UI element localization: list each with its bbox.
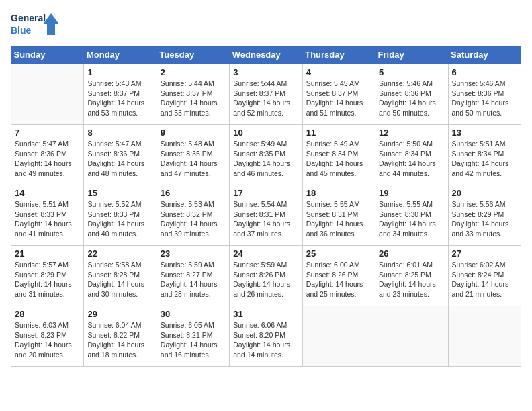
day-number: 5 <box>379 67 444 77</box>
day-number: 17 <box>233 188 298 198</box>
week-row-0: 1Sunrise: 5:43 AM Sunset: 8:37 PM Daylig… <box>11 64 521 125</box>
day-info: Sunrise: 6:01 AM Sunset: 8:25 PM Dayligh… <box>379 260 444 300</box>
day-info: Sunrise: 6:06 AM Sunset: 8:20 PM Dayligh… <box>233 320 298 360</box>
day-info: Sunrise: 5:53 AM Sunset: 8:32 PM Dayligh… <box>161 199 226 239</box>
day-info: Sunrise: 5:51 AM Sunset: 8:34 PM Dayligh… <box>452 139 517 179</box>
day-number: 10 <box>233 128 298 138</box>
svg-text:General: General <box>11 13 46 24</box>
column-header-tuesday: Tuesday <box>157 46 229 64</box>
day-number: 14 <box>15 188 80 198</box>
day-number: 24 <box>233 248 298 259</box>
day-number: 28 <box>15 309 80 319</box>
calendar-body: 1Sunrise: 5:43 AM Sunset: 8:37 PM Daylig… <box>11 64 521 367</box>
day-cell: 3Sunrise: 5:44 AM Sunset: 8:37 PM Daylig… <box>230 64 302 125</box>
day-info: Sunrise: 5:47 AM Sunset: 8:36 PM Dayligh… <box>15 139 80 179</box>
day-number: 18 <box>306 188 371 198</box>
day-cell: 8Sunrise: 5:47 AM Sunset: 8:36 PM Daylig… <box>84 125 157 185</box>
day-number: 3 <box>233 67 298 77</box>
day-info: Sunrise: 5:57 AM Sunset: 8:29 PM Dayligh… <box>15 260 80 300</box>
logo-svg: GeneralBlue <box>11 11 59 39</box>
day-cell: 31Sunrise: 6:06 AM Sunset: 8:20 PM Dayli… <box>230 306 302 367</box>
day-cell: 19Sunrise: 5:55 AM Sunset: 8:30 PM Dayli… <box>375 185 448 246</box>
week-row-4: 28Sunrise: 6:03 AM Sunset: 8:23 PM Dayli… <box>11 306 521 367</box>
day-info: Sunrise: 5:48 AM Sunset: 8:35 PM Dayligh… <box>161 139 226 179</box>
day-cell: 20Sunrise: 5:56 AM Sunset: 8:29 PM Dayli… <box>448 185 521 246</box>
day-cell: 23Sunrise: 5:59 AM Sunset: 8:27 PM Dayli… <box>157 246 229 306</box>
day-number: 6 <box>452 67 517 77</box>
day-cell: 9Sunrise: 5:48 AM Sunset: 8:35 PM Daylig… <box>157 125 229 185</box>
day-number: 4 <box>306 67 371 77</box>
day-number: 15 <box>87 188 152 198</box>
day-number: 9 <box>161 128 226 138</box>
column-header-saturday: Saturday <box>448 46 521 64</box>
day-cell <box>302 306 375 367</box>
week-row-2: 14Sunrise: 5:51 AM Sunset: 8:33 PM Dayli… <box>11 185 521 246</box>
day-cell: 16Sunrise: 5:53 AM Sunset: 8:32 PM Dayli… <box>157 185 229 246</box>
day-cell <box>448 306 521 367</box>
day-number: 8 <box>87 128 152 138</box>
day-info: Sunrise: 5:51 AM Sunset: 8:33 PM Dayligh… <box>15 199 80 239</box>
day-cell: 22Sunrise: 5:58 AM Sunset: 8:28 PM Dayli… <box>84 246 157 306</box>
day-number: 29 <box>87 309 152 319</box>
day-cell <box>11 64 84 125</box>
day-cell: 2Sunrise: 5:44 AM Sunset: 8:37 PM Daylig… <box>157 64 229 125</box>
day-info: Sunrise: 5:49 AM Sunset: 8:35 PM Dayligh… <box>233 139 298 179</box>
column-header-monday: Monday <box>84 46 157 64</box>
day-cell: 11Sunrise: 5:49 AM Sunset: 8:34 PM Dayli… <box>302 125 375 185</box>
day-number: 2 <box>161 67 226 77</box>
day-info: Sunrise: 6:00 AM Sunset: 8:26 PM Dayligh… <box>306 260 371 300</box>
day-cell: 30Sunrise: 6:05 AM Sunset: 8:21 PM Dayli… <box>157 306 229 367</box>
day-number: 31 <box>233 309 298 319</box>
day-number: 7 <box>15 128 80 138</box>
day-number: 25 <box>306 248 371 259</box>
day-info: Sunrise: 6:03 AM Sunset: 8:23 PM Dayligh… <box>15 320 80 360</box>
day-number: 11 <box>306 128 371 138</box>
day-info: Sunrise: 5:54 AM Sunset: 8:31 PM Dayligh… <box>233 199 298 239</box>
day-cell: 25Sunrise: 6:00 AM Sunset: 8:26 PM Dayli… <box>302 246 375 306</box>
day-cell <box>375 306 448 367</box>
day-cell: 10Sunrise: 5:49 AM Sunset: 8:35 PM Dayli… <box>230 125 302 185</box>
day-number: 27 <box>452 248 517 259</box>
svg-text:Blue: Blue <box>11 25 32 36</box>
day-info: Sunrise: 5:44 AM Sunset: 8:37 PM Dayligh… <box>161 79 226 118</box>
day-info: Sunrise: 6:02 AM Sunset: 8:24 PM Dayligh… <box>452 260 517 300</box>
day-cell: 1Sunrise: 5:43 AM Sunset: 8:37 PM Daylig… <box>84 64 157 125</box>
day-cell: 26Sunrise: 6:01 AM Sunset: 8:25 PM Dayli… <box>375 246 448 306</box>
day-cell: 12Sunrise: 5:50 AM Sunset: 8:34 PM Dayli… <box>375 125 448 185</box>
day-number: 13 <box>452 128 517 138</box>
day-info: Sunrise: 5:50 AM Sunset: 8:34 PM Dayligh… <box>379 139 444 179</box>
day-number: 1 <box>87 67 152 77</box>
day-cell: 13Sunrise: 5:51 AM Sunset: 8:34 PM Dayli… <box>448 125 521 185</box>
day-number: 26 <box>379 248 444 259</box>
column-header-thursday: Thursday <box>302 46 375 64</box>
calendar-table: SundayMondayTuesdayWednesdayThursdayFrid… <box>11 46 521 367</box>
day-number: 20 <box>452 188 517 198</box>
day-number: 12 <box>379 128 444 138</box>
day-info: Sunrise: 5:44 AM Sunset: 8:37 PM Dayligh… <box>233 79 298 118</box>
day-number: 30 <box>161 309 226 319</box>
calendar-header: SundayMondayTuesdayWednesdayThursdayFrid… <box>11 46 521 64</box>
column-header-sunday: Sunday <box>11 46 84 64</box>
day-cell: 28Sunrise: 6:03 AM Sunset: 8:23 PM Dayli… <box>11 306 84 367</box>
day-number: 22 <box>87 248 152 259</box>
day-info: Sunrise: 5:56 AM Sunset: 8:29 PM Dayligh… <box>452 199 517 239</box>
week-row-3: 21Sunrise: 5:57 AM Sunset: 8:29 PM Dayli… <box>11 246 521 306</box>
day-info: Sunrise: 6:04 AM Sunset: 8:22 PM Dayligh… <box>87 320 152 360</box>
day-number: 16 <box>161 188 226 198</box>
column-header-wednesday: Wednesday <box>230 46 302 64</box>
day-cell: 15Sunrise: 5:52 AM Sunset: 8:33 PM Dayli… <box>84 185 157 246</box>
day-info: Sunrise: 6:05 AM Sunset: 8:21 PM Dayligh… <box>161 320 226 360</box>
day-cell: 14Sunrise: 5:51 AM Sunset: 8:33 PM Dayli… <box>11 185 84 246</box>
day-info: Sunrise: 5:49 AM Sunset: 8:34 PM Dayligh… <box>306 139 371 179</box>
week-row-1: 7Sunrise: 5:47 AM Sunset: 8:36 PM Daylig… <box>11 125 521 185</box>
day-info: Sunrise: 5:47 AM Sunset: 8:36 PM Dayligh… <box>87 139 152 179</box>
day-info: Sunrise: 5:46 AM Sunset: 8:36 PM Dayligh… <box>379 79 444 118</box>
day-info: Sunrise: 5:46 AM Sunset: 8:36 PM Dayligh… <box>452 79 517 118</box>
day-info: Sunrise: 5:52 AM Sunset: 8:33 PM Dayligh… <box>87 199 152 239</box>
day-info: Sunrise: 5:59 AM Sunset: 8:26 PM Dayligh… <box>233 260 298 300</box>
day-info: Sunrise: 5:58 AM Sunset: 8:28 PM Dayligh… <box>87 260 152 300</box>
day-info: Sunrise: 5:55 AM Sunset: 8:30 PM Dayligh… <box>379 199 444 239</box>
day-number: 19 <box>379 188 444 198</box>
day-cell: 4Sunrise: 5:45 AM Sunset: 8:37 PM Daylig… <box>302 64 375 125</box>
column-header-friday: Friday <box>375 46 448 64</box>
